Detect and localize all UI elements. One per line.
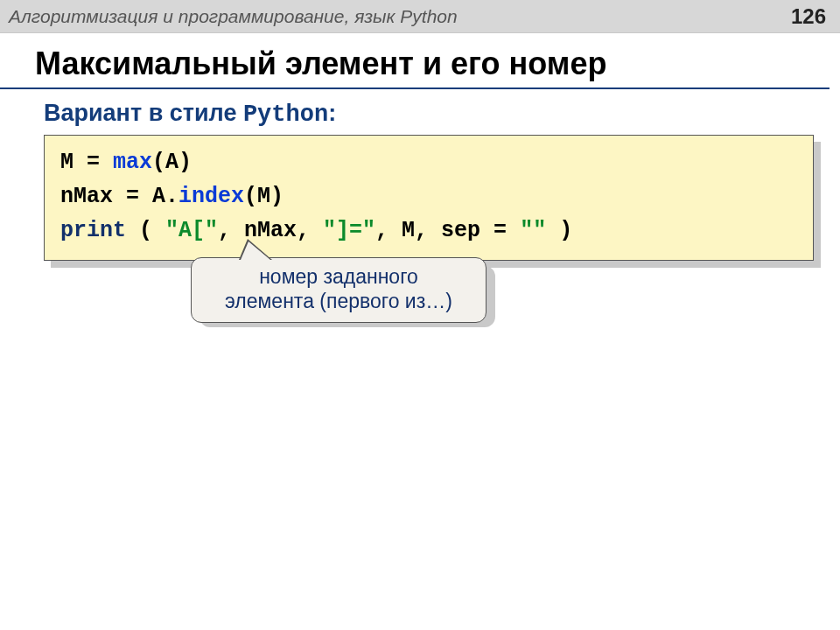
header-bar: Алгоритмизация и программирование, язык … xyxy=(0,0,840,33)
code-token: (M) xyxy=(244,184,284,209)
callout: номер заданного элемента (первого из…) xyxy=(191,257,486,323)
code-token-keyword: index xyxy=(178,184,244,209)
code-line-3: print ( "A[", nMax, "]=", M, sep = "" ) xyxy=(60,214,797,248)
code-token: nMax = A. xyxy=(60,184,178,209)
code-token: ( xyxy=(126,218,165,243)
page-number: 126 xyxy=(791,4,826,29)
subtitle-prefix: Вариант в стиле xyxy=(44,100,243,126)
callout-line-1: номер заданного xyxy=(204,265,473,290)
code-token: M = xyxy=(60,150,113,175)
code-line-1: M = max(A) xyxy=(60,146,797,180)
code-token-string: "]=" xyxy=(323,218,375,243)
code-token-keyword: print xyxy=(60,218,126,243)
code-token-string: "" xyxy=(520,218,546,243)
code-token: , M, sep = xyxy=(375,218,520,243)
code-token: (A) xyxy=(152,150,192,175)
subtitle-mono: Python xyxy=(243,102,328,128)
code-token-keyword: max xyxy=(113,150,152,175)
callout-line-2: элемента (первого из…) xyxy=(204,290,473,314)
code-line-2: nMax = A.index(M) xyxy=(60,180,797,214)
code-token-string: "A[" xyxy=(165,218,218,243)
slide-title: Максимальный элемент и его номер xyxy=(0,33,830,89)
subtitle: Вариант в стиле Python: xyxy=(0,96,840,135)
course-title: Алгоритмизация и программирование, язык … xyxy=(9,6,458,27)
code-token: ) xyxy=(546,218,572,243)
callout-box: номер заданного элемента (первого из…) xyxy=(191,257,486,323)
code-block: M = max(A) nMax = A.index(M) print ( "A[… xyxy=(44,135,814,261)
subtitle-suffix: : xyxy=(328,100,336,126)
code-box: M = max(A) nMax = A.index(M) print ( "A[… xyxy=(44,135,814,261)
